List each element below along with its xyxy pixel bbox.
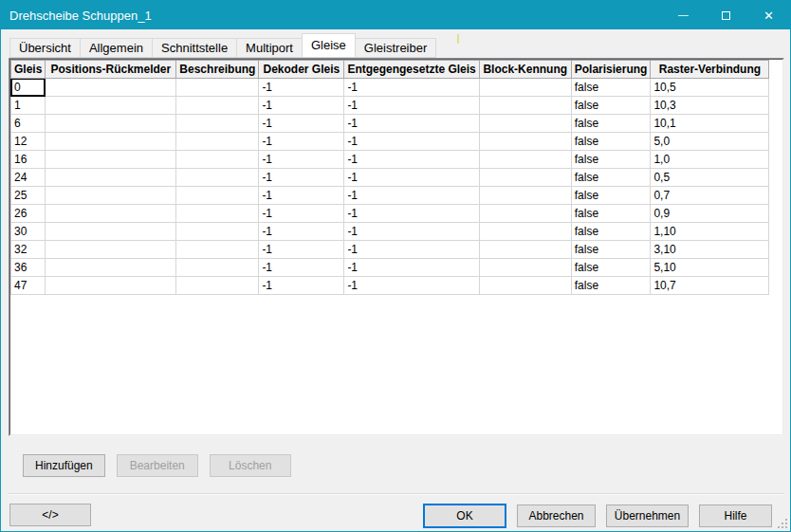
- cell[interactable]: -1: [259, 133, 344, 151]
- cell[interactable]: [46, 79, 176, 97]
- cell[interactable]: [479, 151, 571, 169]
- cell[interactable]: [176, 187, 259, 205]
- cell[interactable]: -1: [259, 97, 344, 115]
- cell[interactable]: -1: [344, 79, 479, 97]
- cell[interactable]: -1: [344, 223, 479, 241]
- cell[interactable]: false: [571, 241, 651, 259]
- cell[interactable]: -1: [259, 205, 344, 223]
- ok-button[interactable]: OK: [423, 504, 506, 528]
- cell[interactable]: [479, 223, 571, 241]
- cell[interactable]: [479, 97, 571, 115]
- cell[interactable]: 0,5: [651, 169, 769, 187]
- cell[interactable]: [176, 205, 259, 223]
- ubernehmen-button[interactable]: Übernehmen: [606, 504, 689, 527]
- cell[interactable]: [46, 259, 176, 277]
- cell[interactable]: [46, 205, 176, 223]
- loschen-button[interactable]: Löschen: [210, 454, 291, 477]
- cell[interactable]: -1: [344, 241, 479, 259]
- column-header-dekoder-gleis[interactable]: Dekoder Gleis: [259, 61, 344, 79]
- cell[interactable]: [46, 151, 176, 169]
- cell[interactable]: 32: [11, 241, 46, 259]
- cell[interactable]: 30: [11, 223, 46, 241]
- cell[interactable]: 26: [11, 205, 46, 223]
- tab-ubersicht[interactable]: Übersicht: [9, 38, 81, 58]
- cell[interactable]: [46, 115, 176, 133]
- cell[interactable]: [176, 79, 259, 97]
- cell[interactable]: -1: [259, 277, 344, 295]
- cell[interactable]: -1: [344, 97, 479, 115]
- cell[interactable]: [46, 97, 176, 115]
- tab-gleistreiber[interactable]: Gleistreiber: [356, 38, 436, 58]
- cell[interactable]: -1: [344, 133, 479, 151]
- cell[interactable]: 3,10: [651, 241, 769, 259]
- cell[interactable]: -1: [259, 259, 344, 277]
- cell[interactable]: -1: [259, 115, 344, 133]
- cell[interactable]: false: [571, 259, 651, 277]
- cell[interactable]: 16: [11, 151, 46, 169]
- cell[interactable]: -1: [344, 169, 479, 187]
- cell[interactable]: false: [571, 169, 651, 187]
- cell[interactable]: [176, 115, 259, 133]
- code-view-button[interactable]: </>: [9, 504, 91, 526]
- cell[interactable]: 12: [11, 133, 46, 151]
- cell[interactable]: [176, 241, 259, 259]
- cell[interactable]: false: [571, 223, 651, 241]
- cell[interactable]: [46, 187, 176, 205]
- cell[interactable]: -1: [259, 241, 344, 259]
- column-header-beschreibung[interactable]: Beschreibung: [176, 61, 259, 79]
- cell[interactable]: [479, 241, 571, 259]
- cell[interactable]: 0,9: [651, 205, 769, 223]
- maximize-button[interactable]: [705, 1, 747, 29]
- cell[interactable]: -1: [344, 259, 479, 277]
- hinzufugen-button[interactable]: Hinzufügen: [23, 454, 105, 477]
- cell[interactable]: [46, 223, 176, 241]
- cell[interactable]: 0: [11, 79, 46, 97]
- cell[interactable]: 24: [11, 169, 46, 187]
- cell[interactable]: [176, 151, 259, 169]
- cell[interactable]: [46, 169, 176, 187]
- cell[interactable]: [479, 205, 571, 223]
- cell[interactable]: false: [571, 79, 651, 97]
- cell[interactable]: [479, 277, 571, 295]
- cell[interactable]: 10,7: [651, 277, 769, 295]
- close-button[interactable]: ✕: [747, 1, 790, 29]
- minimize-button[interactable]: [662, 1, 705, 29]
- cell[interactable]: [176, 97, 259, 115]
- hilfe-button[interactable]: Hilfe: [699, 504, 772, 527]
- cell[interactable]: -1: [344, 115, 479, 133]
- bearbeiten-button[interactable]: Bearbeiten: [117, 454, 198, 477]
- cell[interactable]: false: [571, 133, 651, 151]
- cell[interactable]: false: [571, 277, 651, 295]
- cell[interactable]: false: [571, 115, 651, 133]
- cell[interactable]: [176, 223, 259, 241]
- cell[interactable]: false: [571, 187, 651, 205]
- cell[interactable]: -1: [259, 169, 344, 187]
- cell[interactable]: false: [571, 205, 651, 223]
- cell[interactable]: [176, 133, 259, 151]
- tab-gleise[interactable]: Gleise: [302, 33, 356, 58]
- cell[interactable]: -1: [259, 187, 344, 205]
- cell[interactable]: -1: [344, 277, 479, 295]
- cell[interactable]: [479, 115, 571, 133]
- cell[interactable]: [479, 259, 571, 277]
- cell[interactable]: -1: [259, 151, 344, 169]
- cell[interactable]: 5,0: [651, 133, 769, 151]
- tab-schnittstelle[interactable]: Schnittstelle: [153, 38, 237, 58]
- cell[interactable]: 6: [11, 115, 46, 133]
- tab-multiport[interactable]: Multiport: [237, 38, 303, 58]
- cell[interactable]: [479, 133, 571, 151]
- cell[interactable]: [46, 241, 176, 259]
- cell[interactable]: 1,0: [651, 151, 769, 169]
- cell[interactable]: 10,1: [651, 115, 769, 133]
- resize-grip[interactable]: [778, 519, 787, 528]
- cell[interactable]: 10,3: [651, 97, 769, 115]
- tab-allgemein[interactable]: Allgemein: [81, 38, 153, 58]
- cell[interactable]: 5,10: [651, 259, 769, 277]
- cell[interactable]: [46, 133, 176, 151]
- column-header-polarisierung[interactable]: Polarisierung: [571, 61, 651, 79]
- cell[interactable]: 25: [11, 187, 46, 205]
- cell[interactable]: false: [571, 151, 651, 169]
- cell[interactable]: -1: [344, 205, 479, 223]
- column-header-block-kennung[interactable]: Block-Kennung: [479, 61, 571, 79]
- cell[interactable]: false: [571, 97, 651, 115]
